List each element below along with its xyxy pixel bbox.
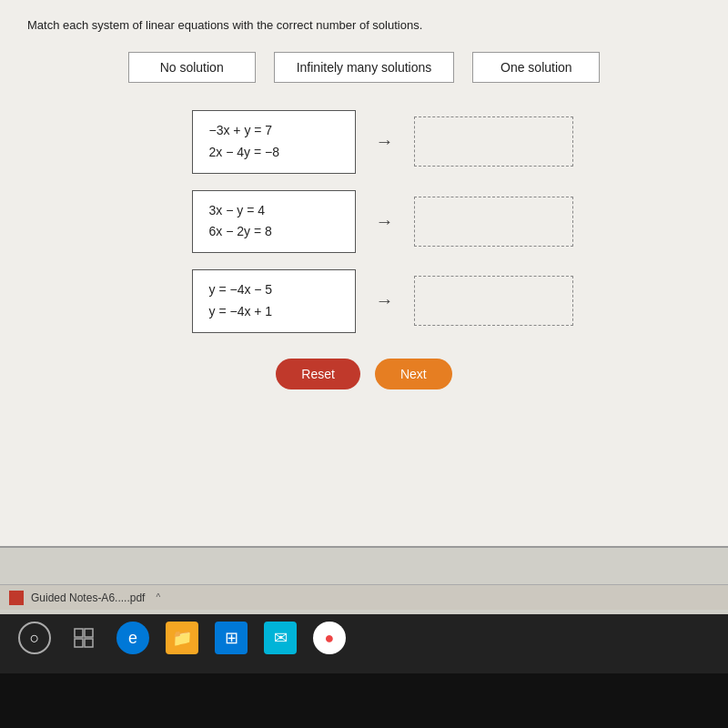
pdf-caret[interactable]: ^ xyxy=(156,592,160,602)
answer-box-3[interactable] xyxy=(414,276,573,326)
taskview-icon[interactable] xyxy=(67,622,100,654)
eq2-line2: 6x − 2y = 8 xyxy=(209,221,339,243)
equation-row-3: y = −4x − 5 y = −4x + 1 → xyxy=(192,269,573,333)
divider xyxy=(0,546,728,548)
folder-icon[interactable]: 📁 xyxy=(166,622,198,654)
svg-rect-0 xyxy=(75,629,83,637)
equation-box-3: y = −4x − 5 y = −4x + 1 xyxy=(192,269,356,333)
next-button[interactable]: Next xyxy=(375,359,452,389)
chrome-icon[interactable]: ● xyxy=(313,622,346,654)
pdf-bar: Guided Notes-A6.....pdf ^ xyxy=(0,584,728,610)
arrow-2: → xyxy=(376,211,394,232)
reset-button[interactable]: Reset xyxy=(276,359,360,389)
no-solution-option[interactable]: No solution xyxy=(128,52,256,83)
svg-rect-2 xyxy=(75,639,83,647)
eq1-line2: 2x − 4y = −8 xyxy=(209,142,339,164)
pdf-icon xyxy=(9,591,24,605)
answer-box-1[interactable] xyxy=(414,116,573,167)
eq2-line1: 3x − y = 4 xyxy=(209,200,339,222)
equation-box-2: 3x − y = 4 6x − 2y = 8 xyxy=(192,190,356,254)
eq3-line2: y = −4x + 1 xyxy=(209,301,339,323)
instruction-text: Match each system of linear equations wi… xyxy=(27,18,701,32)
arrow-3: → xyxy=(376,290,394,311)
svg-rect-3 xyxy=(85,639,93,647)
mail-icon[interactable]: ✉ xyxy=(264,622,297,654)
main-content: Match each system of linear equations wi… xyxy=(0,0,728,546)
arrow-1: → xyxy=(376,131,394,152)
eq3-line1: y = −4x − 5 xyxy=(209,279,339,301)
answer-box-2[interactable] xyxy=(414,197,573,247)
eq1-line1: −3x + y = 7 xyxy=(209,120,339,142)
infinitely-many-option[interactable]: Infinitely many solutions xyxy=(274,52,455,83)
equation-row-1: −3x + y = 7 2x − 4y = −8 → xyxy=(192,110,573,174)
one-solution-option[interactable]: One solution xyxy=(472,52,600,83)
solution-options-row: No solution Infinitely many solutions On… xyxy=(27,52,701,83)
edge-icon[interactable]: e xyxy=(116,622,149,654)
button-row: Reset Next xyxy=(27,359,701,389)
equation-row-2: 3x − y = 4 6x − 2y = 8 → xyxy=(192,190,573,254)
dark-bottom-bar xyxy=(0,673,728,728)
svg-rect-1 xyxy=(85,629,93,637)
search-taskbar-icon[interactable]: ○ xyxy=(18,622,51,654)
equation-rows: −3x + y = 7 2x − 4y = −8 → 3x − y = 4 6x… xyxy=(64,110,701,333)
equation-box-1: −3x + y = 7 2x − 4y = −8 xyxy=(192,110,356,174)
windows-store-icon[interactable]: ⊞ xyxy=(215,622,248,654)
pdf-filename[interactable]: Guided Notes-A6.....pdf xyxy=(31,592,145,604)
